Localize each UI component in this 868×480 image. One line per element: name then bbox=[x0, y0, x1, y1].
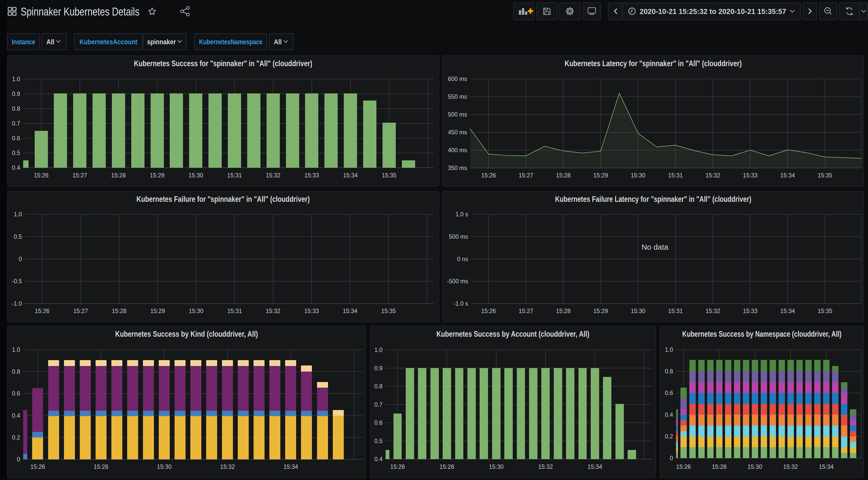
svg-text:15:26: 15:26 bbox=[35, 308, 50, 314]
svg-text:15:34: 15:34 bbox=[819, 464, 834, 470]
svg-text:0.8: 0.8 bbox=[12, 368, 20, 375]
svg-text:15:34: 15:34 bbox=[780, 308, 795, 314]
svg-text:All: All bbox=[46, 38, 54, 46]
svg-text:15:28: 15:28 bbox=[712, 464, 726, 470]
svg-text:15:30: 15:30 bbox=[747, 464, 762, 470]
svg-text:2020-10-21 15:25:32 to 2020-10: 2020-10-21 15:25:32 to 2020-10-21 15:35:… bbox=[640, 7, 786, 15]
svg-text:15:30: 15:30 bbox=[189, 172, 204, 179]
svg-text:500 ms: 500 ms bbox=[448, 111, 467, 118]
svg-text:15:33: 15:33 bbox=[305, 172, 319, 179]
svg-text:15:35: 15:35 bbox=[381, 308, 396, 314]
svg-text:0.5: 0.5 bbox=[14, 233, 22, 240]
svg-text:15:34: 15:34 bbox=[780, 172, 795, 179]
svg-text:400 ms: 400 ms bbox=[448, 147, 467, 153]
svg-text:0 ns: 0 ns bbox=[457, 256, 468, 263]
svg-text:500 ms: 500 ms bbox=[449, 233, 468, 240]
svg-text:15:26: 15:26 bbox=[30, 464, 45, 470]
svg-text:15:26: 15:26 bbox=[390, 464, 405, 470]
svg-text:15:28: 15:28 bbox=[556, 308, 571, 314]
svg-text:KubernetesAccount: KubernetesAccount bbox=[80, 38, 137, 46]
svg-text:15:34: 15:34 bbox=[343, 308, 358, 314]
svg-text:15:35: 15:35 bbox=[818, 172, 833, 179]
svg-text:15:30: 15:30 bbox=[489, 464, 503, 470]
svg-text:0.8: 0.8 bbox=[374, 383, 382, 390]
svg-text:15:32: 15:32 bbox=[266, 308, 281, 314]
svg-text:1.0: 1.0 bbox=[14, 211, 22, 217]
svg-text:-0.5: -0.5 bbox=[12, 278, 22, 284]
svg-text:15:30: 15:30 bbox=[157, 464, 172, 470]
svg-text:1.0: 1.0 bbox=[12, 346, 20, 353]
svg-text:15:28: 15:28 bbox=[94, 464, 108, 470]
svg-text:Spinnaker Kubernetes Details: Spinnaker Kubernetes Details bbox=[21, 5, 140, 18]
svg-text:0.6: 0.6 bbox=[665, 390, 673, 396]
svg-text:Kubernetes Success by Kind (cl: Kubernetes Success by Kind (clouddriver,… bbox=[115, 330, 258, 339]
svg-text:15:27: 15:27 bbox=[72, 172, 87, 179]
svg-text:15:31: 15:31 bbox=[227, 172, 242, 179]
svg-text:15:32: 15:32 bbox=[783, 464, 798, 470]
svg-text:15:26: 15:26 bbox=[481, 172, 496, 179]
svg-text:15:31: 15:31 bbox=[227, 308, 242, 314]
svg-text:15:27: 15:27 bbox=[519, 308, 533, 314]
svg-text:15:35: 15:35 bbox=[818, 308, 833, 314]
svg-text:0.5: 0.5 bbox=[374, 438, 382, 444]
svg-text:15:34: 15:34 bbox=[283, 464, 298, 470]
svg-text:15:28: 15:28 bbox=[111, 172, 126, 179]
svg-text:15:33: 15:33 bbox=[304, 308, 319, 314]
svg-text:15:28: 15:28 bbox=[440, 464, 455, 470]
svg-text:15:29: 15:29 bbox=[593, 172, 608, 179]
svg-text:0.4: 0.4 bbox=[12, 412, 20, 419]
svg-text:Kubernetes Latency for "spinna: Kubernetes Latency for "spinnaker" in "A… bbox=[565, 59, 742, 68]
svg-text:15:29: 15:29 bbox=[593, 308, 608, 314]
svg-text:Instance: Instance bbox=[12, 38, 35, 46]
svg-text:350 ms: 350 ms bbox=[448, 165, 467, 171]
svg-text:No data: No data bbox=[642, 243, 668, 251]
svg-text:15:33: 15:33 bbox=[743, 308, 758, 314]
svg-text:-500 ms: -500 ms bbox=[447, 278, 468, 284]
svg-text:Kubernetes Failure for "spinna: Kubernetes Failure for "spinnaker" in "A… bbox=[136, 195, 310, 204]
svg-text:0: 0 bbox=[670, 455, 673, 461]
svg-text:0.6: 0.6 bbox=[374, 419, 382, 426]
svg-text:15:31: 15:31 bbox=[668, 308, 683, 314]
svg-text:550 ms: 550 ms bbox=[448, 93, 467, 100]
svg-text:15:29: 15:29 bbox=[150, 172, 165, 179]
svg-text:0.8: 0.8 bbox=[665, 368, 673, 375]
svg-text:15:32: 15:32 bbox=[705, 172, 720, 179]
svg-text:0.2: 0.2 bbox=[12, 434, 20, 441]
svg-text:0.7: 0.7 bbox=[374, 401, 382, 408]
svg-text:1.0: 1.0 bbox=[12, 76, 20, 82]
svg-text:1.0 s: 1.0 s bbox=[456, 211, 468, 217]
svg-text:-1.0: -1.0 bbox=[12, 300, 22, 307]
svg-text:15:32: 15:32 bbox=[538, 464, 553, 470]
svg-text:1.0: 1.0 bbox=[374, 347, 382, 353]
svg-text:15:32: 15:32 bbox=[705, 308, 720, 314]
svg-text:15:27: 15:27 bbox=[519, 172, 533, 179]
svg-text:0.7: 0.7 bbox=[12, 120, 20, 127]
svg-text:All: All bbox=[274, 38, 282, 46]
svg-text:0.2: 0.2 bbox=[665, 433, 673, 440]
svg-text:15:33: 15:33 bbox=[743, 172, 758, 179]
svg-text:Kubernetes Failure Latency for: Kubernetes Failure Latency for "spinnake… bbox=[555, 195, 751, 204]
svg-text:Kubernetes Success by Account: Kubernetes Success by Account (clouddriv… bbox=[437, 330, 589, 339]
svg-text:15:35: 15:35 bbox=[382, 172, 397, 179]
svg-text:15:32: 15:32 bbox=[220, 464, 235, 470]
svg-text:0.9: 0.9 bbox=[12, 91, 20, 97]
svg-text:0.8: 0.8 bbox=[12, 105, 20, 112]
svg-text:15:30: 15:30 bbox=[189, 308, 204, 314]
svg-text:15:26: 15:26 bbox=[676, 464, 691, 470]
svg-text:0.4: 0.4 bbox=[374, 456, 382, 462]
svg-text:15:26: 15:26 bbox=[481, 308, 496, 314]
svg-text:15:32: 15:32 bbox=[266, 172, 281, 179]
svg-text:15:28: 15:28 bbox=[556, 172, 571, 179]
svg-text:15:29: 15:29 bbox=[150, 308, 165, 314]
svg-text:spinnaker: spinnaker bbox=[147, 38, 176, 46]
svg-text:0: 0 bbox=[17, 456, 20, 463]
svg-text:15:30: 15:30 bbox=[631, 172, 646, 179]
svg-text:KubernetesNamespace: KubernetesNamespace bbox=[199, 38, 262, 46]
svg-text:0.9: 0.9 bbox=[374, 365, 382, 372]
svg-text:15:26: 15:26 bbox=[34, 172, 49, 179]
svg-text:-1.0 s: -1.0 s bbox=[453, 300, 468, 307]
svg-text:0.6: 0.6 bbox=[12, 390, 20, 397]
svg-text:0.6: 0.6 bbox=[12, 135, 20, 141]
svg-text:0.4: 0.4 bbox=[665, 412, 673, 418]
svg-text:15:27: 15:27 bbox=[73, 308, 88, 314]
